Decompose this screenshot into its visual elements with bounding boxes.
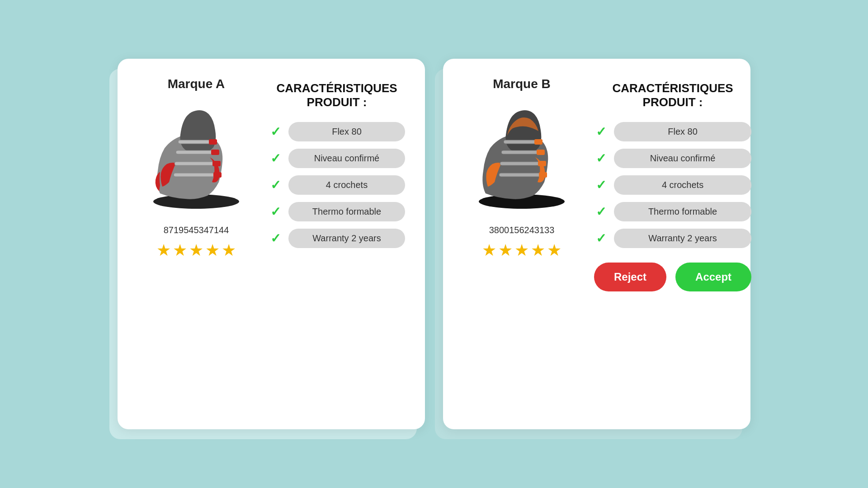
feature-pill-a-3: 4 crochets xyxy=(288,175,405,195)
features-list-b: ✓ Flex 80 ✓ Niveau confirmé ✓ 4 crochets… xyxy=(594,122,751,248)
svg-rect-1 xyxy=(174,173,219,177)
star-b-3: ★ xyxy=(514,241,529,260)
svg-rect-7 xyxy=(211,150,219,155)
feature-pill-b-3: 4 crochets xyxy=(614,175,751,195)
feature-row-b-1: ✓ Flex 80 xyxy=(594,122,751,141)
feature-pill-a-4: Thermo formable xyxy=(288,202,405,221)
feature-pill-a-5: Warranty 2 years xyxy=(288,229,405,248)
feature-pill-a-1: Flex 80 xyxy=(288,122,405,141)
check-icon-a-2: ✓ xyxy=(269,151,282,166)
svg-rect-5 xyxy=(213,172,222,178)
section-title-a: CARACTÉRISTIQUESPRODUIT : xyxy=(269,81,405,109)
check-icon-b-1: ✓ xyxy=(594,124,608,139)
star-b-2: ★ xyxy=(498,241,513,260)
card-b-left: Marque B xyxy=(463,77,580,409)
features-list-a: ✓ Flex 80 ✓ Niveau confirmé ✓ 4 crochets… xyxy=(269,122,405,248)
feature-pill-b-4: Thermo formable xyxy=(614,202,751,221)
check-icon-b-3: ✓ xyxy=(594,178,608,192)
product-code-a: 8719545347144 xyxy=(164,225,229,235)
boot-a-image xyxy=(142,99,250,216)
card-b-actions: Reject Accept xyxy=(594,263,751,291)
feature-pill-b-1: Flex 80 xyxy=(614,122,751,141)
svg-rect-6 xyxy=(212,161,221,166)
feature-pill-a-2: Niveau confirmé xyxy=(288,149,405,168)
svg-rect-12 xyxy=(501,150,542,154)
brand-b-name: Marque B xyxy=(493,77,551,91)
card-a-left: Marque A xyxy=(137,77,255,409)
feature-pill-b-5: Warranty 2 years xyxy=(614,229,751,248)
feature-row-a-4: ✓ Thermo formable xyxy=(269,202,405,221)
star-a-2: ★ xyxy=(173,241,187,260)
reject-button[interactable]: Reject xyxy=(594,263,666,291)
star-a-4: ★ xyxy=(205,241,220,260)
svg-rect-15 xyxy=(538,161,546,166)
svg-rect-8 xyxy=(209,139,217,145)
brand-a-name: Marque A xyxy=(168,77,225,91)
stars-a: ★ ★ ★ ★ ★ xyxy=(156,241,236,260)
card-a-right: CARACTÉRISTIQUESPRODUIT : ✓ Flex 80 ✓ Ni… xyxy=(269,77,405,409)
star-a-5: ★ xyxy=(222,241,236,260)
feature-row-a-5: ✓ Warranty 2 years xyxy=(269,229,405,248)
star-a-3: ★ xyxy=(189,241,203,260)
product-code-b: 3800156243133 xyxy=(489,225,555,235)
feature-row-b-2: ✓ Niveau confirmé xyxy=(594,149,751,168)
page-wrapper: Marque A xyxy=(0,41,868,447)
svg-rect-16 xyxy=(537,150,545,155)
feature-row-b-3: ✓ 4 crochets xyxy=(594,175,751,195)
check-icon-a-1: ✓ xyxy=(269,124,282,139)
feature-row-a-2: ✓ Niveau confirmé xyxy=(269,149,405,168)
boot-b-image xyxy=(467,99,576,216)
svg-rect-17 xyxy=(534,139,542,145)
stars-b: ★ ★ ★ ★ ★ xyxy=(482,241,561,260)
card-b-wrapper: Marque B xyxy=(443,59,750,429)
card-a: Marque A xyxy=(118,59,425,429)
svg-rect-10 xyxy=(499,173,544,177)
card-b: Marque B xyxy=(443,59,750,429)
check-icon-a-5: ✓ xyxy=(269,231,282,246)
svg-rect-11 xyxy=(500,162,543,165)
accept-button[interactable]: Accept xyxy=(675,263,751,291)
feature-row-a-1: ✓ Flex 80 xyxy=(269,122,405,141)
check-icon-b-4: ✓ xyxy=(594,204,608,219)
star-b-1: ★ xyxy=(482,241,496,260)
check-icon-b-5: ✓ xyxy=(594,231,608,246)
star-a-1: ★ xyxy=(156,241,171,260)
check-icon-a-3: ✓ xyxy=(269,178,282,192)
check-icon-b-2: ✓ xyxy=(594,151,608,166)
check-icon-a-4: ✓ xyxy=(269,204,282,219)
section-title-b: CARACTÉRISTIQUESPRODUIT : xyxy=(594,81,751,109)
svg-rect-2 xyxy=(175,162,218,165)
card-a-wrapper: Marque A xyxy=(118,59,425,429)
svg-rect-3 xyxy=(176,150,217,154)
card-b-right: CARACTÉRISTIQUESPRODUIT : ✓ Flex 80 ✓ Ni… xyxy=(594,77,751,409)
star-b-5: ★ xyxy=(547,241,561,260)
feature-row-a-3: ✓ 4 crochets xyxy=(269,175,405,195)
feature-row-b-5: ✓ Warranty 2 years xyxy=(594,229,751,248)
svg-rect-14 xyxy=(539,172,547,178)
feature-row-b-4: ✓ Thermo formable xyxy=(594,202,751,221)
feature-pill-b-2: Niveau confirmé xyxy=(614,149,751,168)
star-b-4: ★ xyxy=(531,241,545,260)
